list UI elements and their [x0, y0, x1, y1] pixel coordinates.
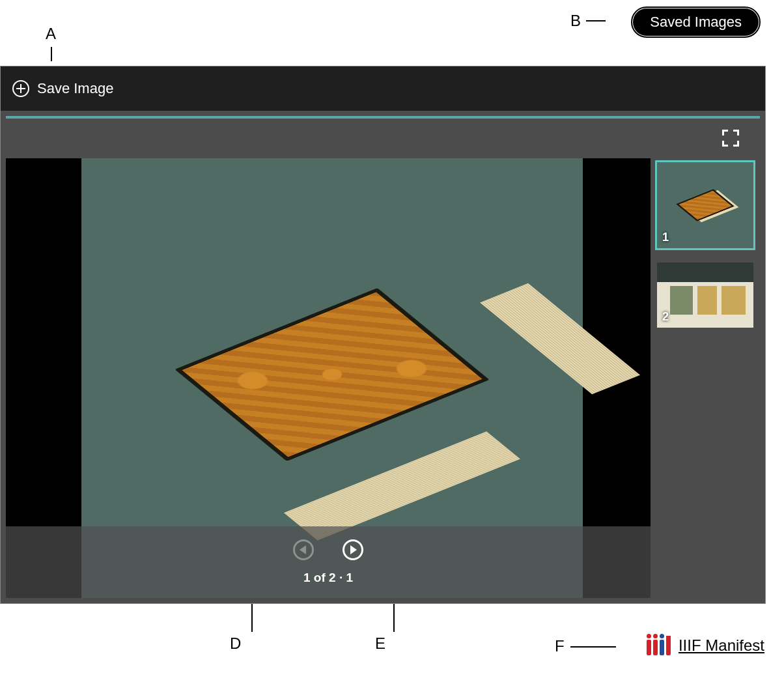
next-image-button[interactable]: [343, 539, 363, 560]
thumbnail-strip: 1 2: [651, 158, 760, 598]
thumbnail-1[interactable]: 1: [657, 162, 753, 248]
callout-line-f: [570, 646, 616, 648]
chevron-right-icon: [350, 545, 357, 554]
image-viewer: Save Image: [0, 66, 766, 604]
iiif-logo-icon: [647, 636, 671, 655]
save-image-button[interactable]: Save Image: [12, 80, 113, 97]
callout-d: D: [230, 634, 241, 653]
viewer-toolbar: [1, 119, 765, 158]
stage-controls: 1 of 2 · 1: [6, 526, 651, 598]
callout-line-b: [586, 20, 606, 21]
prev-image-button[interactable]: [293, 539, 314, 560]
thumbnail-index: 2: [662, 310, 669, 324]
callout-f: F: [555, 637, 565, 655]
saved-images-button[interactable]: Saved Images: [632, 8, 759, 36]
viewer-topbar: Save Image: [1, 66, 765, 111]
plus-circle-icon: [12, 80, 29, 97]
callout-e: E: [375, 634, 385, 653]
thumbnail-2[interactable]: 2: [657, 263, 753, 328]
iiif-manifest-row: IIIF Manifest: [647, 636, 764, 655]
callout-line-a: [51, 47, 52, 61]
iiif-manifest-link[interactable]: IIIF Manifest: [679, 636, 764, 655]
callout-a: A: [46, 25, 56, 43]
image-counter: 1 of 2 · 1: [303, 571, 353, 585]
viewer-body: 1 of 2 · 1 1 2: [6, 158, 760, 598]
save-image-label: Save Image: [37, 80, 113, 97]
callout-b: B: [570, 12, 581, 30]
viewer-stage[interactable]: 1 of 2 · 1: [6, 158, 651, 598]
fullscreen-icon[interactable]: [722, 130, 739, 147]
chevron-left-icon: [300, 545, 306, 554]
thumbnail-index: 1: [662, 231, 669, 244]
artwork-illustration: [208, 277, 456, 472]
